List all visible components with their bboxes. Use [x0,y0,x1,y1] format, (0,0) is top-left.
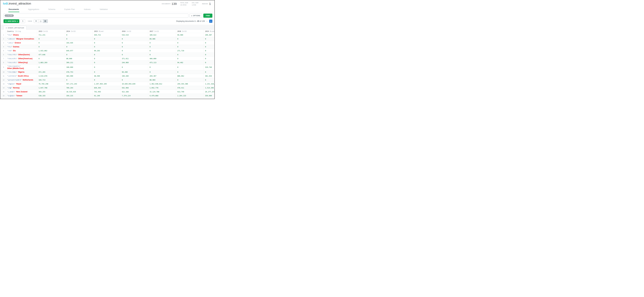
value-cell-2018[interactable]: 294,354,386 [176,82,204,86]
value-cell-2015[interactable]: 0 [93,78,120,82]
database-name[interactable]: tvdt [3,2,8,5]
value-cell-2015[interactable]: 444,721 [93,33,120,37]
value-cell-2014[interactable]: 478,753 [65,70,93,74]
value-cell-2015[interactable]: 0 [93,70,120,74]
country-cell[interactable]: "뉴질랜드"Taiwan [6,94,37,98]
value-cell-2019[interactable]: 350,000 [204,94,214,98]
value-cell-2018[interactable]: 0 [176,78,204,82]
value-cell-2013[interactable]: 472,265 [37,70,65,74]
table-row[interactable]: 5"기타"Etc1,915,802849,97790,29300271,7100 [2,49,214,53]
value-cell-2014[interactable]: 55,433,497 [65,98,93,99]
value-cell-2017[interactable]: 0 [148,53,176,56]
value-cell-2014[interactable]: 557,272,243 [65,82,93,86]
value-cell-2015[interactable]: 90,293 [93,49,120,52]
value-cell-2014[interactable]: 483,900 [65,74,93,78]
value-cell-2019[interactable]: 26,277,257 [204,90,214,94]
value-cell-2018[interactable]: 0 [176,45,204,49]
value-cell-2013[interactable]: 711,231 [37,33,65,37]
table-row[interactable]: 3"그리스"Greece0193,43500000 [2,41,214,45]
options-button[interactable]: ▸ OPTIONS [190,14,202,18]
country-cell[interactable]: "기니"Guinea [6,45,37,49]
value-cell-2015[interactable]: 0 [93,53,120,56]
country-cell[interactable]: "노르웨이"New Zealand [6,90,37,94]
value-cell-2018[interactable]: 0 [176,53,204,56]
value-cell-2013[interactable]: 1,883,269 [37,61,65,64]
table-row[interactable]: 4"기니"Guinea0000000 [2,45,214,49]
value-cell-2019[interactable]: 2,231,328,106 [204,82,214,86]
value-cell-2018[interactable]: 0 [176,57,204,60]
value-cell-2019[interactable]: 0 [204,53,214,56]
value-cell-2014[interactable]: 350,215 [65,94,93,98]
value-cell-2019[interactable]: 0 [204,49,214,52]
value-cell-2017[interactable]: 473,113 [148,61,176,64]
table-row[interactable]: 9"기타(아프리카)"Other (Middle East)0100,00000… [2,64,214,70]
column-header-2017[interactable]: 2017Int32 [148,30,176,33]
country-cell[interactable]: "기타(아프리카)"Other (Middle East) [6,64,37,70]
value-cell-2018[interactable]: 913,740 [176,90,204,94]
value-cell-2018[interactable]: 478,411 [176,86,204,90]
value-cell-2014[interactable]: 100,000 [65,64,93,70]
value-cell-2013[interactable]: 1,647,708 [37,86,65,90]
value-cell-2016[interactable]: 190,440 [120,74,148,78]
country-cell[interactable]: "기타(구주)"Other(Savior) [6,53,37,56]
column-header-2016[interactable]: 2016Int32 [120,30,148,33]
export-button[interactable] [20,19,25,23]
value-cell-2017[interactable]: 0 [148,41,176,45]
value-cell-2019[interactable]: 0 [204,45,214,49]
value-cell-2017[interactable]: 1,092,778 [148,86,176,90]
country-cell[interactable]: "기타(아주)"Other(Any) [6,61,37,64]
value-cell-2013[interactable]: 0 [37,57,65,60]
value-cell-2015[interactable]: 0 [93,57,120,60]
value-cell-2014[interactable]: 0 [65,53,93,56]
value-cell-2019[interactable]: 0 [204,57,214,60]
country-cell[interactable]: "그리스"Greece [6,41,37,45]
value-cell-2015[interactable]: 836,393 [93,86,120,90]
value-cell-2017[interactable]: 269,367 [148,74,176,78]
table-row[interactable]: 10"기타(중동)"Nigeria472,265478,753090,49000… [2,70,214,74]
value-cell-2019[interactable]: 0 [204,37,214,41]
table-row[interactable]: 17"대만"Denmark12,022,26955,433,497201,923… [2,98,214,99]
filter-input[interactable]: FILTER [4,14,188,18]
value-cell-2013[interactable]: 12,022,269 [37,98,65,99]
country-cell[interactable]: "그레나다"Wargner Grenadines [6,37,37,41]
value-cell-2018[interactable]: 94,989 [176,33,204,37]
country-cell[interactable]: "네덜란드"Nepal [6,82,37,86]
value-cell-2016[interactable]: 10,830,093,839 [120,82,148,86]
value-cell-2014[interactable]: 18,535,635 [65,90,93,94]
tab-explain-plan[interactable]: Explain Plan [64,7,75,12]
table-row[interactable]: 13"네덜란드"Nepal76,769,298557,272,2432,297,… [2,82,214,86]
value-cell-2016[interactable]: 0 [120,53,148,56]
table-row[interactable]: 6"기타(구주)"Other(Savior)477,646000000 [2,53,214,57]
value-cell-2015[interactable]: 2,297,964,109 [93,82,120,86]
country-cell[interactable]: "가나"Ghana [6,33,37,37]
value-cell-2013[interactable]: 0 [37,64,65,70]
value-cell-2018[interactable]: 0 [176,41,204,45]
value-cell-2019[interactable]: 0 [204,41,214,45]
value-cell-2014[interactable]: 0 [65,37,93,41]
value-cell-2014[interactable]: 0 [65,78,93,82]
add-data-button[interactable]: ADD DATA ▾ [4,19,19,23]
value-cell-2017[interactable]: 88,983 [148,78,176,82]
value-cell-2016[interactable]: 0 [120,78,148,82]
value-cell-2015[interactable]: 0 [93,37,120,41]
value-cell-2014[interactable]: 309,211 [65,61,93,64]
column-header-2013[interactable]: 2013Int32 [37,30,65,33]
value-cell-2019[interactable]: 329,740 [204,64,214,70]
value-cell-2016[interactable]: 0 [120,64,148,70]
breadcrumb-collection-tab[interactable]: ⌂ invest_attraction [4,26,26,30]
column-header-country[interactable]: CountryString [6,30,37,33]
value-cell-2018[interactable]: 0 [176,70,204,74]
value-cell-2013[interactable]: 76,769,298 [37,82,65,86]
value-cell-2017[interactable]: 0 [148,64,176,70]
value-cell-2016[interactable]: 0 [120,37,148,41]
value-cell-2015[interactable]: 0 [93,64,120,70]
value-cell-2015[interactable]: 91,140 [93,94,120,98]
value-cell-2019[interactable]: 290,387 [204,33,214,37]
value-cell-2013[interactable]: 184,713 [37,78,65,82]
value-cell-2016[interactable]: 516,519 [120,33,148,37]
value-cell-2017[interactable]: 30,625,789 [148,98,176,99]
value-cell-2017[interactable]: 189,622 [148,33,176,37]
prev-page-button[interactable]: ‹ [206,20,208,22]
table-row[interactable]: 7"기타(미주)"Other(Americas)080,0000371,9114… [2,57,214,61]
value-cell-2018[interactable]: 0 [176,37,204,41]
